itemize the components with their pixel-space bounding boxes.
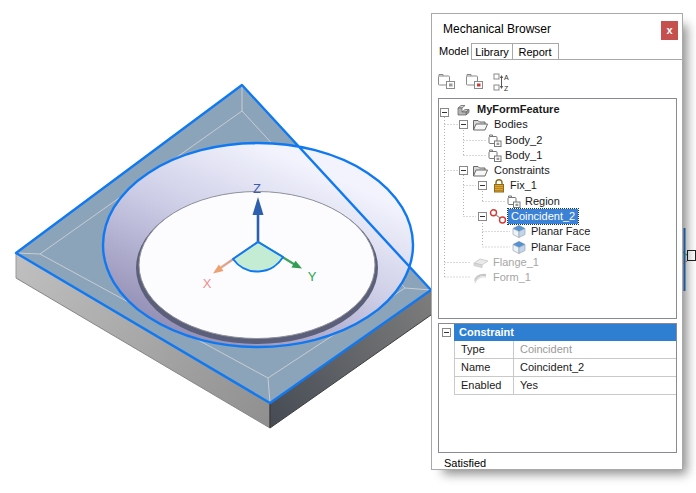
constraint-status: Satisfied [444, 457, 486, 469]
tree-item-constraints[interactable]: Constraints [439, 163, 676, 178]
tab-library[interactable]: Library [471, 43, 513, 60]
close-button[interactable]: x [661, 21, 678, 40]
flange-icon [472, 255, 490, 270]
tree-item-planar-face[interactable]: Planar Face [439, 240, 676, 255]
tree-item-flange-1[interactable]: Flange_1 [439, 255, 676, 270]
axis-z-label: Z [253, 181, 261, 196]
property-name: Enabled [455, 377, 514, 394]
sheet-metal-part[interactable] [16, 85, 431, 428]
form-icon [472, 270, 490, 285]
tree-item-form-1[interactable]: Form_1 [439, 270, 676, 285]
model-tree[interactable]: MyFormFeature Bodies Body_2 [438, 98, 677, 319]
constraint-properties-panel: Constraint Type Coincident Name Coincide… [438, 323, 677, 453]
property-row-enabled: Enabled Yes [455, 377, 676, 395]
planar-face-icon [511, 224, 527, 239]
panel-title: Mechanical Browser [443, 22, 551, 36]
expand-toggle[interactable] [478, 212, 487, 221]
expand-toggle[interactable] [459, 166, 468, 175]
properties-header: Constraint [454, 324, 676, 341]
properties-rows: Type Coincident Name Coincident_2 Enable… [454, 341, 676, 395]
form-feature-icon [453, 102, 471, 118]
group-bodies-highlight-icon[interactable] [464, 72, 487, 91]
property-row-name: Name Coincident_2 [455, 359, 676, 377]
body-icon [506, 194, 522, 209]
lock-icon [491, 178, 507, 193]
properties-collapse-toggle[interactable] [442, 328, 451, 337]
tree-item-region[interactable]: Region [439, 194, 676, 209]
expand-toggle[interactable] [459, 120, 468, 129]
coincident-icon [489, 209, 508, 224]
expand-toggle[interactable] [440, 108, 449, 117]
property-value[interactable]: Coincident_2 [514, 359, 676, 376]
tab-model[interactable]: Model [432, 43, 476, 60]
tab-report[interactable]: Report [512, 43, 559, 60]
svg-text:A: A [504, 74, 509, 81]
folder-open-icon [472, 117, 489, 132]
tree-item-bodies[interactable]: Bodies [439, 117, 676, 132]
body-icon [487, 133, 503, 148]
property-name: Type [455, 341, 514, 358]
tree-item-planar-face[interactable]: Planar Face [439, 224, 676, 239]
property-row-type: Type Coincident [455, 341, 676, 359]
planar-face-icon [511, 240, 527, 255]
tree-item-body-1[interactable]: Body_1 [439, 148, 676, 163]
axis-x-label: X [203, 276, 212, 291]
sort-alphabetic-icon[interactable]: A Z [493, 72, 510, 93]
tab-strip-rule [558, 59, 682, 60]
tree-item-myformfeature[interactable]: MyFormFeature [439, 102, 676, 117]
property-name: Name [455, 359, 514, 376]
property-value[interactable]: Yes [514, 377, 676, 394]
group-bodies-icon[interactable] [436, 72, 459, 91]
folder-open-icon [472, 163, 489, 178]
expand-toggle[interactable] [478, 181, 487, 190]
axis-y-label: Y [308, 269, 317, 284]
tree-item-coincident-2[interactable]: Coincident_2 [439, 209, 676, 224]
body-icon [487, 148, 503, 163]
tree-item-body-2[interactable]: Body_2 [439, 133, 676, 148]
tree-item-fix-1[interactable]: Fix_1 [439, 178, 676, 193]
mechanical-browser-panel: Mechanical Browser x Model Library Repor… [431, 13, 683, 470]
application-window: Z X Y Mechanical Browser x Model Library… [0, 0, 696, 493]
svg-text:Z: Z [504, 85, 509, 92]
property-value[interactable]: Coincident [514, 341, 676, 358]
